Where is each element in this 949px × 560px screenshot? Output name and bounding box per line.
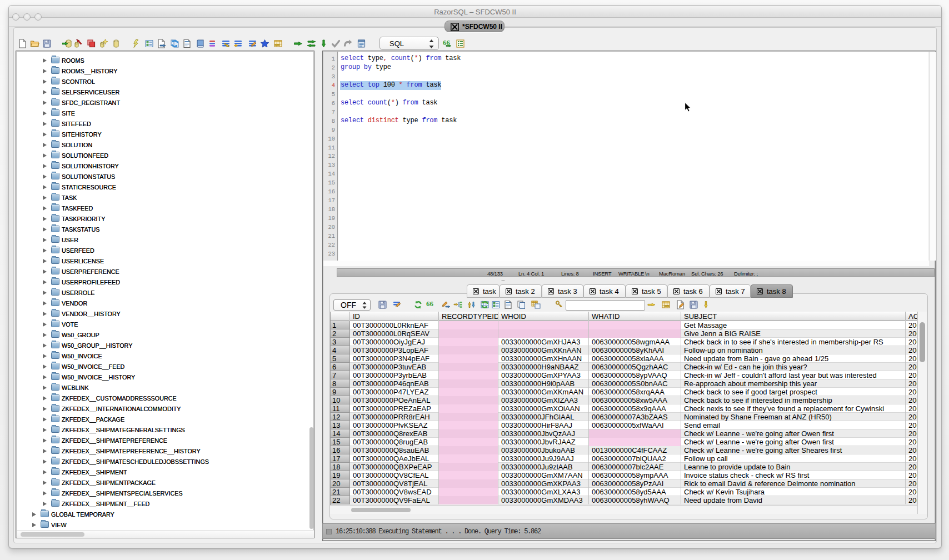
svg-text:66: 66 (426, 300, 434, 308)
